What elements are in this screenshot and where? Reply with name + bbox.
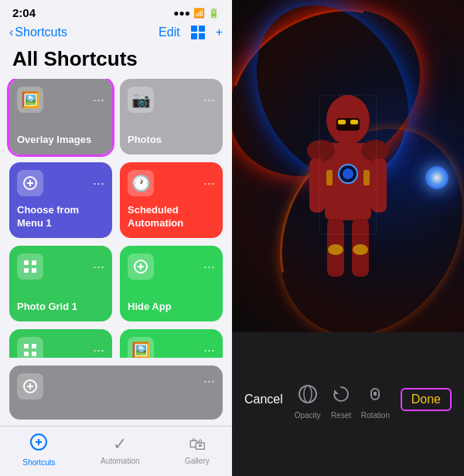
svg-rect-9 (32, 352, 36, 356)
card-menu-dots[interactable]: ··· (203, 176, 215, 190)
bottom-card-dots[interactable]: ··· (203, 373, 215, 389)
svg-rect-26 (363, 170, 370, 185)
automation-tab-label: Automation (101, 457, 140, 465)
reset-label: Reset (331, 411, 351, 420)
back-label: Shortcuts (15, 26, 67, 39)
rotation-tool[interactable]: Rotation (361, 380, 390, 420)
overlay-images-label: Overlay Images (17, 134, 104, 147)
shortcut-choose-menu-1[interactable]: ··· Choose from Menu 1 (9, 162, 112, 238)
reset-tool[interactable]: Reset (327, 380, 355, 420)
bottom-card-icon (17, 373, 43, 400)
rotation-icon (361, 380, 389, 408)
card-menu-dots[interactable]: ··· (203, 260, 215, 274)
ironman-figure (298, 50, 398, 282)
status-bar: 2:04 ●●● 📶 🔋 (0, 0, 232, 22)
shortcut-photos[interactable]: 📷 ··· Photos (120, 79, 223, 155)
card-menu-dots[interactable]: ··· (93, 260, 104, 274)
scheduled-automation-icon: 🕐 (128, 170, 154, 196)
status-time: 2:04 (12, 6, 36, 19)
tab-shortcuts[interactable]: Shortcuts (22, 433, 55, 467)
svg-marker-32 (334, 389, 339, 394)
editor-toolbar: Cancel Opacity Reset (232, 332, 464, 476)
shortcuts-tab-icon (29, 433, 48, 456)
svg-point-27 (328, 244, 343, 255)
status-icons: ●●● 📶 🔋 (173, 8, 220, 19)
svg-rect-22 (371, 158, 387, 212)
card-top: ··· (17, 337, 104, 358)
svg-point-14 (343, 168, 353, 179)
svg-rect-7 (32, 344, 36, 348)
svg-rect-34 (374, 392, 377, 396)
editor-panel: Cancel Opacity Reset (232, 0, 464, 476)
wifi-icon: 📶 (193, 8, 205, 19)
svg-rect-3 (24, 268, 29, 273)
svg-rect-17 (338, 120, 346, 124)
nav-bar: ‹ Shortcuts Edit + (0, 22, 232, 46)
grid-view-button[interactable] (191, 26, 205, 39)
card-top: ··· (17, 170, 104, 196)
toolbar-tools: Opacity Reset Rotation (283, 380, 401, 420)
edit-button[interactable]: Edit (159, 26, 180, 39)
opacity-icon (294, 380, 322, 408)
svg-point-20 (361, 140, 389, 162)
tab-automation[interactable]: ✓ Automation (101, 434, 140, 465)
ironman-background (232, 0, 464, 332)
card-menu-dots[interactable]: ··· (203, 343, 215, 357)
photo-grid-icon (17, 337, 43, 358)
shortcut-choose-menu[interactable]: 🖼️ ··· Choose from Menu (120, 329, 223, 358)
svg-rect-25 (326, 170, 333, 185)
shortcut-hide-app[interactable]: ··· Hide App (120, 246, 223, 321)
card-menu-dots[interactable]: ··· (203, 93, 215, 107)
add-button[interactable]: + (216, 26, 223, 39)
nav-actions: Edit + (159, 26, 223, 39)
bottom-partial-card[interactable]: ··· (9, 366, 223, 420)
card-menu-dots[interactable]: ··· (93, 93, 104, 107)
gallery-tab-icon: 🛍 (189, 434, 206, 454)
choose-menu-1-label: Choose from Menu 1 (17, 204, 104, 230)
svg-rect-2 (32, 260, 36, 265)
hide-app-label: Hide App (128, 301, 215, 314)
svg-point-30 (299, 386, 316, 403)
card-top: 🖼️ ··· (128, 337, 215, 358)
svg-rect-18 (350, 120, 358, 124)
nav-back-button[interactable]: ‹ Shortcuts (9, 26, 67, 39)
svg-rect-21 (309, 158, 325, 212)
cancel-button[interactable]: Cancel (244, 393, 283, 406)
photos-label: Photos (128, 134, 215, 147)
shortcut-photo-grid-1[interactable]: ··· Photo Grid 1 (9, 246, 112, 321)
card-menu-dots[interactable]: ··· (93, 343, 104, 357)
svg-rect-6 (24, 344, 29, 348)
overlay-images-icon: 🖼️ (17, 87, 43, 113)
card-top: ··· (128, 253, 215, 280)
photo-grid-1-icon (17, 253, 43, 280)
done-button[interactable]: Done (401, 388, 452, 411)
toolbar-actions: Cancel Opacity Reset (232, 380, 464, 420)
svg-rect-8 (24, 352, 29, 356)
page-title: All Shortcuts (0, 46, 232, 79)
card-top: ··· (17, 253, 104, 280)
phone-panel: 2:04 ●●● 📶 🔋 ‹ Shortcuts Edit + All Shor… (0, 0, 232, 476)
card-top: 🕐 ··· (128, 170, 215, 196)
photos-icon: 📷 (128, 87, 154, 113)
svg-rect-1 (24, 260, 29, 265)
shortcut-photo-grid[interactable]: ··· Photo Grid (9, 329, 112, 358)
card-top: 🖼️ ··· (17, 87, 104, 113)
shortcuts-grid: 🖼️ ··· Overlay Images 📷 ··· Photos ··· C… (0, 79, 232, 358)
opacity-tool[interactable]: Opacity (294, 380, 322, 420)
glow-orb (425, 166, 449, 189)
tab-gallery[interactable]: 🛍 Gallery (185, 434, 210, 465)
shortcut-scheduled-automation[interactable]: 🕐 ··· Scheduled Automation (120, 162, 223, 238)
hide-app-icon (128, 253, 154, 280)
svg-point-19 (307, 140, 335, 162)
choose-menu-icon: 🖼️ (128, 337, 154, 358)
tab-bar: Shortcuts ✓ Automation 🛍 Gallery (0, 426, 232, 476)
card-menu-dots[interactable]: ··· (93, 176, 104, 190)
svg-rect-4 (32, 268, 36, 273)
automation-tab-icon: ✓ (113, 434, 127, 454)
shortcut-overlay-images[interactable]: 🖼️ ··· Overlay Images (9, 79, 112, 155)
scheduled-automation-label: Scheduled Automation (128, 204, 215, 230)
choose-menu-1-icon (17, 170, 43, 196)
svg-point-31 (304, 386, 312, 403)
card-top: 📷 ··· (128, 87, 215, 113)
editor-image-area (232, 0, 464, 332)
